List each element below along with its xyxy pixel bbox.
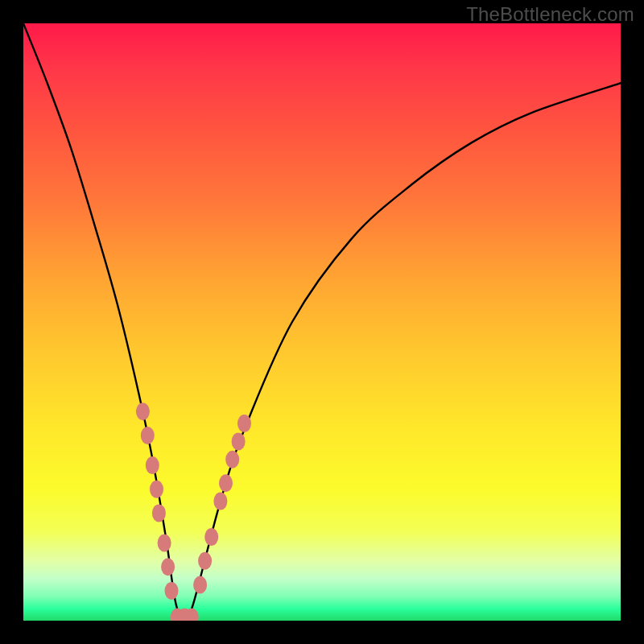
marker-point [204,528,218,546]
marker-point [193,576,207,594]
marker-point [152,504,166,522]
chart-frame: TheBottleneck.com [0,0,644,644]
marker-group [136,402,251,621]
marker-point [198,552,212,570]
marker-point [219,474,233,492]
marker-point [150,481,163,498]
marker-point [158,535,171,552]
marker-point [165,582,179,600]
bottleneck-curve [23,23,621,621]
marker-point [213,493,227,510]
marker-point [136,402,150,420]
plot-area [23,23,621,621]
marker-point [141,427,155,444]
marker-point [161,558,175,576]
watermark-text: TheBottleneck.com [466,3,634,26]
marker-point [237,415,251,432]
marker-point [225,451,239,469]
chart-svg [23,23,621,621]
marker-point [146,456,159,474]
marker-point [232,432,246,450]
